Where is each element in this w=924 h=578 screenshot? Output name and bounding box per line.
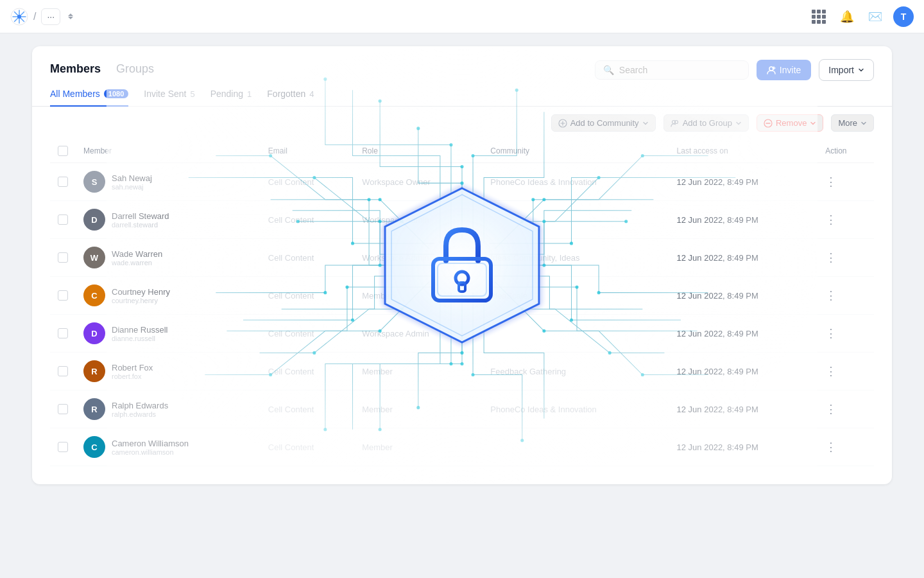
member-info-1: Darrell Steward darrell.steward (112, 211, 169, 229)
table-row: C Courtney Henry courtney.henry Cell Con… (50, 277, 874, 315)
remove-button[interactable]: Remove (757, 114, 823, 132)
member-username-2: wade.warren (112, 259, 162, 267)
member-cell-4: D Dianne Russell dianne.russell (83, 322, 253, 344)
members-table: Member Email Role Community Last access … (50, 139, 874, 466)
bulk-action-toolbar: Add to Community Add to Group Remove (32, 107, 892, 139)
row-checkbox-0[interactable] (58, 177, 68, 187)
bell-icon: 🔔 (840, 10, 854, 24)
invite-icon (767, 66, 776, 74)
pending-label: Pending (210, 89, 243, 99)
nav-page-arrows[interactable] (65, 11, 76, 22)
row-action-button-3[interactable]: ⋮ (825, 289, 837, 302)
member-name-1: Darrell Steward (112, 211, 169, 221)
role-cell-5: Member (362, 367, 393, 376)
member-cell-1: D Darrell Steward darrell.steward (83, 209, 253, 231)
search-box: 🔍 (595, 60, 749, 80)
import-button[interactable]: Import (819, 59, 874, 81)
nav-left: / ··· (10, 8, 76, 26)
row-action-button-0[interactable]: ⋮ (825, 175, 837, 188)
table-row: R Robert Fox robert.fox Cell Content Mem… (50, 353, 874, 390)
chevron-down-remove-icon (810, 120, 816, 127)
row-checkbox-2[interactable] (58, 252, 68, 263)
more-button[interactable]: More (831, 114, 874, 132)
row-action-button-2[interactable]: ⋮ (825, 251, 837, 264)
last-access-cell-3: 12 Jun 2022, 8:49 PM (677, 291, 758, 301)
search-input[interactable] (619, 65, 740, 75)
last-access-cell-7: 12 Jun 2022, 8:49 PM (677, 442, 758, 452)
last-access-cell-2: 12 Jun 2022, 8:49 PM (677, 253, 758, 263)
row-checkbox-5[interactable] (58, 366, 68, 376)
invite-sent-count: 5 (190, 89, 194, 99)
add-to-group-button[interactable]: Add to Group (663, 114, 749, 132)
member-avatar-2: W (83, 247, 105, 268)
row-action-button-6[interactable]: ⋮ (825, 403, 837, 416)
grid-icon (812, 10, 826, 24)
member-name-5: Robert Fox (112, 363, 153, 372)
last-access-cell-1: 12 Jun 2022, 8:49 PM (677, 215, 758, 225)
top-navigation: / ··· 🔔 ✉️ T (0, 0, 924, 33)
row-checkbox-4[interactable] (58, 328, 68, 338)
filter-tab-all-members[interactable]: All Members 1080 (50, 89, 128, 107)
invite-button[interactable]: Invite (757, 60, 811, 80)
email-cell-7: Cell Content (268, 442, 314, 452)
table-row: S Sah Newaj sah.newaj Cell Content Works… (50, 163, 874, 201)
grid-menu-button[interactable] (809, 6, 829, 27)
chevron-down-more-icon (860, 120, 867, 127)
member-name-4: Dianne Russell (112, 325, 167, 335)
svg-point-1 (17, 15, 21, 19)
remove-icon (764, 119, 773, 128)
search-icon: 🔍 (603, 65, 614, 75)
select-all-checkbox[interactable] (58, 146, 68, 156)
invite-label: Invite (780, 65, 801, 75)
row-action-button-7[interactable]: ⋮ (825, 441, 837, 453)
tab-members[interactable]: Members (50, 62, 101, 78)
col-community: Community (483, 139, 669, 163)
table-row: W Wade Warren wade.warren Cell Content W… (50, 239, 874, 277)
filter-tab-invite-sent[interactable]: Invite Sent 5 (144, 89, 194, 107)
table-row: D Dianne Russell dianne.russell Cell Con… (50, 315, 874, 353)
notifications-button[interactable]: 🔔 (837, 6, 857, 27)
member-username-7: cameron.williamson (112, 448, 189, 456)
tab-groups[interactable]: Groups (116, 62, 154, 78)
member-cell-5: R Robert Fox robert.fox (83, 360, 253, 382)
role-cell-6: Member (362, 405, 393, 414)
col-member: Member (76, 139, 261, 163)
email-cell-2: Cell Content (268, 253, 314, 263)
add-group-label: Add to Group (683, 118, 732, 128)
main-panel: Members Groups 🔍 Invite Import (32, 46, 892, 484)
pending-count: 1 (247, 89, 252, 99)
col-action: Action (817, 139, 874, 163)
member-name-2: Wade Warren (112, 249, 162, 259)
row-action-button-4[interactable]: ⋮ (825, 327, 837, 340)
member-avatar-6: R (83, 398, 105, 420)
role-cell-2: Workspace Admin (362, 253, 429, 263)
member-name-0: Sah Newaj (112, 173, 152, 183)
last-access-cell-4: 12 Jun 2022, 8:49 PM (677, 329, 758, 338)
row-checkbox-1[interactable] (58, 215, 68, 225)
row-checkbox-7[interactable] (58, 442, 68, 452)
add-to-community-button[interactable]: Add to Community (551, 114, 656, 132)
user-avatar[interactable]: T (893, 6, 914, 27)
last-access-cell-6: 12 Jun 2022, 8:49 PM (677, 405, 758, 414)
page-header: Members Groups 🔍 Invite Import (32, 46, 892, 81)
row-checkbox-6[interactable] (58, 404, 68, 414)
last-access-cell-5: 12 Jun 2022, 8:49 PM (677, 367, 758, 376)
table-body: S Sah Newaj sah.newaj Cell Content Works… (50, 163, 874, 466)
all-members-badge: 1080 (104, 89, 128, 98)
breadcrumb-menu[interactable]: ··· (41, 8, 60, 25)
community-icon (558, 119, 567, 128)
arrow-up-icon (68, 13, 73, 16)
email-cell-3: Cell Content (268, 291, 314, 301)
row-action-button-1[interactable]: ⋮ (825, 213, 837, 226)
app-logo[interactable] (10, 8, 28, 26)
row-action-button-5[interactable]: ⋮ (825, 365, 837, 378)
member-info-5: Robert Fox robert.fox (112, 363, 153, 380)
filter-tab-forgotten[interactable]: Forgotten 4 (267, 89, 314, 107)
email-cell-6: Cell Content (268, 405, 314, 414)
row-checkbox-3[interactable] (58, 290, 68, 301)
filter-tab-pending[interactable]: Pending 1 (210, 89, 252, 107)
mail-button[interactable]: ✉️ (865, 6, 886, 27)
col-role: Role (354, 139, 483, 163)
member-cell-3: C Courtney Henry courtney.henry (83, 285, 253, 306)
last-access-cell-0: 12 Jun 2022, 8:49 PM (677, 177, 758, 187)
